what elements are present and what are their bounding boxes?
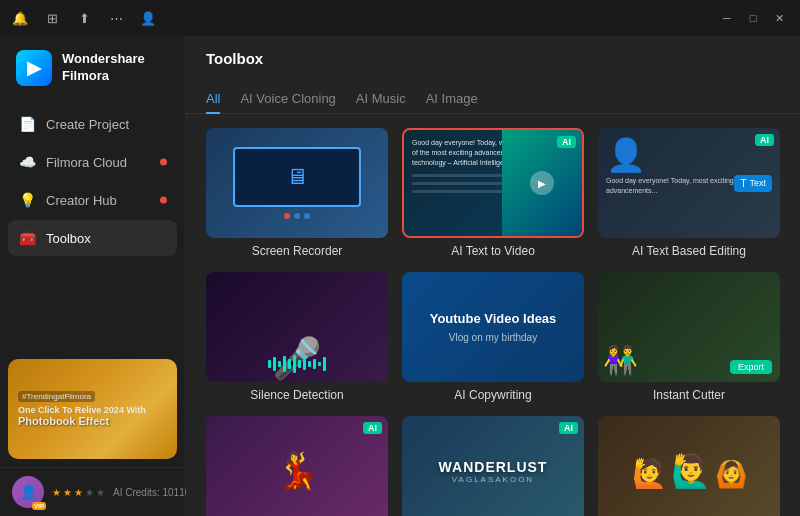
titlebar-controls: ─ □ ✕: [718, 9, 788, 27]
card-thumb-screen-recorder: 🖥: [206, 128, 388, 238]
card-label: Instant Cutter: [598, 388, 780, 402]
tab-ai-music[interactable]: AI Music: [356, 85, 406, 114]
star-2: ★: [63, 487, 72, 498]
vip-badge: VIP: [32, 502, 46, 510]
user-stars: ★ ★ ★ ★ ★: [52, 487, 105, 498]
tab-ai-image[interactable]: AI Image: [426, 85, 478, 114]
creator-hub-icon: 💡: [18, 191, 36, 209]
promo-bg: #TrendingatFilmora One Click To Relive 2…: [8, 359, 177, 459]
brand-logo: ▶: [16, 50, 52, 86]
app-body: ▶ Wondershare Filmora 📄 Create Project ☁…: [0, 36, 800, 516]
close-button[interactable]: ✕: [770, 9, 788, 27]
create-project-icon: 📄: [18, 115, 36, 133]
youtube-ideas-text: Youtube Video Ideas: [430, 311, 557, 326]
promo-line2: Photobook Effect: [18, 415, 109, 427]
tabs: All AI Voice Cloning AI Music AI Image: [186, 85, 800, 114]
person-emoji: 👤: [606, 136, 646, 174]
rec-dot: [304, 213, 310, 219]
sidebar-item-label: Filmora Cloud: [46, 155, 127, 170]
brand: ▶ Wondershare Filmora: [0, 36, 185, 100]
card-screen-recorder[interactable]: 🖥 Screen Recorder: [206, 128, 388, 258]
cloud-upload-icon[interactable]: ⬆: [76, 10, 92, 26]
card-label: Silence Detection: [206, 388, 388, 402]
play-button: ▶: [530, 171, 554, 195]
rec-dots: [284, 213, 310, 219]
card-thumb-ai-copywriting: Youtube Video Ideas Vlog on my birthday: [402, 272, 584, 382]
card-thumb-row3-left: AI 💃: [206, 416, 388, 516]
avatar: 👤 VIP: [12, 476, 44, 508]
card-thumb-row3-mid: AI WANDERLUST VAGLASAKOON: [402, 416, 584, 516]
sidebar-item-label: Create Project: [46, 117, 129, 132]
wanderlust-content: WANDERLUST VAGLASAKOON: [439, 459, 548, 484]
toolbox-icon: 🧰: [18, 229, 36, 247]
sidebar: ▶ Wondershare Filmora 📄 Create Project ☁…: [0, 36, 186, 516]
person-emoji: 💃: [275, 450, 320, 492]
sidebar-user[interactable]: 👤 VIP ★ ★ ★ ★ ★ AI Credits: 101107 ›: [0, 467, 185, 516]
card-silence-detection[interactable]: 🎤: [206, 272, 388, 402]
page-title: Toolbox: [206, 50, 780, 67]
profile-icon[interactable]: 👤: [140, 10, 156, 26]
filmora-cloud-icon: ☁️: [18, 153, 36, 171]
sidebar-nav: 📄 Create Project ☁️ Filmora Cloud 💡 Crea…: [0, 106, 185, 351]
promo-tag: #TrendingatFilmora: [18, 391, 95, 402]
notification-dot: [160, 159, 167, 166]
minimize-button[interactable]: ─: [718, 9, 736, 27]
notification-dot: [160, 197, 167, 204]
titlebar: 🔔 ⊞ ⬆ ⋯ 👤 ─ □ ✕: [0, 0, 800, 36]
ai-badge: AI: [363, 422, 382, 434]
sidebar-item-creator-hub[interactable]: 💡 Creator Hub: [8, 182, 177, 218]
card-label: AI Text to Video: [402, 244, 584, 258]
waveform: [206, 354, 388, 374]
main-content: Toolbox All AI Voice Cloning AI Music AI…: [186, 36, 800, 516]
rec-dot: [294, 213, 300, 219]
card-label: Screen Recorder: [206, 244, 388, 258]
tab-ai-voice-cloning[interactable]: AI Voice Cloning: [240, 85, 335, 114]
star-4: ★: [85, 487, 94, 498]
card-ai-text-based-editing[interactable]: AI 👤 Good day everyone! Today, most exci…: [598, 128, 780, 258]
card-thumb-instant-cutter: 👫 Export: [598, 272, 780, 382]
sidebar-item-label: Toolbox: [46, 231, 91, 246]
sidebar-item-toolbox[interactable]: 🧰 Toolbox: [8, 220, 177, 256]
card-thumb-row3-right: 🙋 🙋‍♂️ 🙆: [598, 416, 780, 516]
monitor-icon: 🖥: [233, 147, 360, 208]
grid-icon[interactable]: ⊞: [44, 10, 60, 26]
maximize-button[interactable]: □: [744, 9, 762, 27]
tab-all[interactable]: All: [206, 85, 220, 114]
promo-line1: One Click To Relive 2024 With: [18, 405, 146, 415]
user-credits: AI Credits: 101107: [113, 487, 196, 498]
ai-badge: AI: [557, 136, 576, 148]
star-5: ★: [96, 487, 105, 498]
card-instant-cutter[interactable]: 👫 Export Instant Cutter: [598, 272, 780, 402]
card-ai-copywriting[interactable]: Youtube Video Ideas Vlog on my birthday …: [402, 272, 584, 402]
card-row3-right[interactable]: 🙋 🙋‍♂️ 🙆: [598, 416, 780, 516]
vlog-sub-text: Vlog on my birthday: [449, 332, 537, 343]
card-thumb-silence-detection: 🎤: [206, 272, 388, 382]
card-thumb-ai-text-video: AI Good day everyone! Today, we'll be di…: [402, 128, 584, 238]
export-badge: Export: [730, 360, 772, 374]
titlebar-icons: 🔔 ⊞ ⬆ ⋯ 👤: [12, 10, 156, 26]
promo-banner[interactable]: #TrendingatFilmora One Click To Relive 2…: [8, 359, 177, 459]
card-row3-mid[interactable]: AI WANDERLUST VAGLASAKOON: [402, 416, 584, 516]
star-3: ★: [74, 487, 83, 498]
star-1: ★: [52, 487, 61, 498]
sidebar-item-create-project[interactable]: 📄 Create Project: [8, 106, 177, 142]
ai-badge: AI: [755, 134, 774, 146]
rec-dot-active: [284, 213, 290, 219]
cards-container: 🖥 Screen Recorder AI: [186, 114, 800, 516]
sidebar-item-filmora-cloud[interactable]: ☁️ Filmora Cloud: [8, 144, 177, 180]
brand-name: Wondershare Filmora: [62, 51, 145, 85]
card-thumb-ai-text-editing: AI 👤 Good day everyone! Today, most exci…: [598, 128, 780, 238]
card-row3-left[interactable]: AI 💃: [206, 416, 388, 516]
card-label: AI Text Based Editing: [598, 244, 780, 258]
ai-badge: AI: [559, 422, 578, 434]
sidebar-item-label: Creator Hub: [46, 193, 117, 208]
card-label: AI Copywriting: [402, 388, 584, 402]
people-group: 🙋 🙋‍♂️ 🙆: [632, 452, 747, 490]
card-ai-text-to-video[interactable]: AI Good day everyone! Today, we'll be di…: [402, 128, 584, 258]
cards-grid: 🖥 Screen Recorder AI: [206, 128, 780, 516]
people-emoji: 👫: [603, 344, 638, 377]
apps-icon[interactable]: ⋯: [108, 10, 124, 26]
notification-icon[interactable]: 🔔: [12, 10, 28, 26]
main-header: Toolbox: [186, 36, 800, 85]
